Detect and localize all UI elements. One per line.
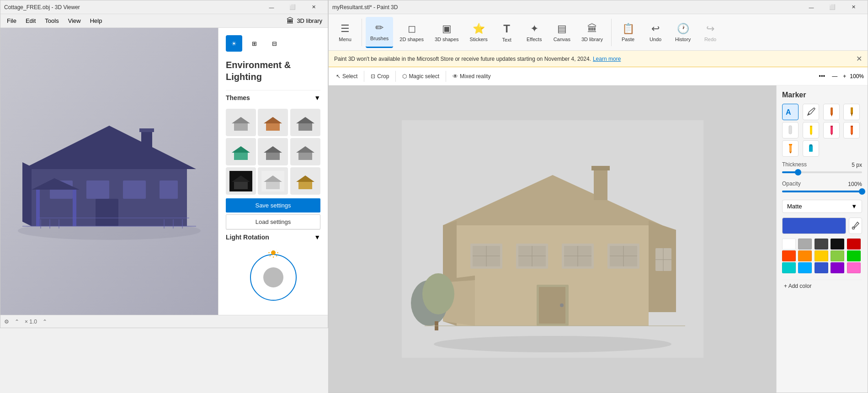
viewer-close-button[interactable]: ✕ [303,0,324,14]
panel-list-icon-btn[interactable]: ⊟ [266,35,282,52]
paint3d-canvas-area[interactable] [329,85,776,393]
color-yellow[interactable] [815,250,828,261]
svg-rect-95 [789,126,792,134]
paint3d-maximize-button[interactable]: ⬜ [822,0,843,14]
color-pink[interactable] [847,262,861,273]
toolbar-3dlibrary-button[interactable]: 🏛 3D library [577,17,607,48]
menu-help[interactable]: Help [85,14,107,28]
panel-grid-icon-btn[interactable]: ⊞ [246,35,262,52]
zoom-minus-icon[interactable]: — [830,71,839,81]
menu-file[interactable]: File [2,14,21,28]
magic-select-tool-button[interactable]: ⬡ Magic select [399,71,443,81]
theme-item-9[interactable] [290,167,320,195]
zoom-controls: ••• — + 100% [815,70,864,83]
mixed-reality-tool-button[interactable]: 👁 Mixed reality [449,71,494,81]
panel-sun-icon-btn[interactable]: ☀ [226,35,242,52]
active-color-swatch[interactable] [782,218,846,234]
theme-item-7[interactable] [226,167,256,195]
svg-rect-6 [123,181,146,199]
toolbar-2dshapes-button[interactable]: ◻ 2D shapes [395,17,428,48]
viewer-canvas [0,28,218,315]
menu-edit[interactable]: Edit [21,14,40,28]
theme-item-5[interactable] [258,138,288,165]
color-orange[interactable] [798,250,812,261]
toolbar-divider-1 [362,19,362,46]
themes-grid [226,109,320,195]
theme-item-1[interactable] [226,109,256,136]
theme-item-6[interactable] [290,138,320,165]
brush-highlighter1[interactable] [782,140,799,157]
svg-marker-23 [232,117,250,123]
toolbar-brushes-button[interactable]: ✏ Brushes [366,17,393,48]
marker-title: Marker [782,91,862,99]
color-lightgreen[interactable] [831,250,844,261]
menu-tools[interactable]: Tools [40,14,63,28]
svg-rect-108 [809,145,813,152]
notification-close-button[interactable]: ✕ [856,54,862,63]
finish-dropdown[interactable]: Matte ▼ [782,200,862,213]
toolbar-3dshapes-button[interactable]: ▣ 3D shapes [430,17,463,48]
toolbar-undo-button[interactable]: ↩ Undo [643,17,668,48]
color-green[interactable] [847,250,861,261]
color-darkgrey[interactable] [815,239,828,250]
brush-marker2[interactable] [843,104,860,120]
toolbar-text-button[interactable]: T Text [494,17,520,48]
brush-pen[interactable] [803,104,819,120]
opacity-slider-thumb[interactable] [859,188,865,195]
brush-highlighter2[interactable] [803,140,819,157]
color-grey[interactable] [798,239,812,250]
theme-item-3[interactable] [290,109,320,136]
brush-pencil2[interactable] [823,122,840,138]
save-settings-button[interactable]: Save settings [226,198,320,212]
color-black[interactable] [831,239,844,250]
svg-rect-79 [594,168,607,200]
light-rotation-section-header[interactable]: Light Rotation ▼ [226,229,320,244]
color-white[interactable] [782,239,796,250]
opacity-label: Opacity [782,181,801,187]
add-color-button[interactable]: + Add color [782,280,862,292]
brush-marker3[interactable] [782,122,799,138]
toolbar-canvas-button[interactable]: ▤ Canvas [549,17,575,48]
crop-tool-button[interactable]: ⊡ Crop [367,71,393,81]
paint3d-minimize-button[interactable]: — [801,0,822,14]
load-settings-button[interactable]: Load settings [226,214,320,229]
color-red[interactable] [847,239,861,250]
themes-section-header[interactable]: Themes ▼ [226,90,320,105]
notification-bar: Paint 3D won't be available in the Micro… [329,51,868,67]
color-purple[interactable] [831,262,844,273]
toolbar-history-button[interactable]: 🕐 History [670,17,696,48]
select-tool-button[interactable]: ↖ Select [332,71,361,81]
more-options-button[interactable]: ••• [815,70,828,83]
brush-pencil1[interactable] [803,122,819,138]
color-blue[interactable] [815,262,828,273]
theme-item-4[interactable] [226,138,256,165]
svg-point-43 [271,250,276,255]
toolbar-redo-button[interactable]: ↪ Redo [698,17,723,48]
brush-calligraphy[interactable]: A [782,104,799,120]
svg-rect-106 [789,145,792,152]
svg-marker-92 [831,114,833,117]
thickness-slider-thumb[interactable] [795,169,801,175]
eyedropper-button[interactable] [849,218,862,234]
toolbar-effects-button[interactable]: ✦ Effects [522,17,547,48]
learn-more-link[interactable]: Learn more [593,56,621,62]
zoom-plus-icon[interactable]: + [841,71,848,81]
viewer-maximize-button[interactable]: ⬜ [282,0,303,14]
thickness-slider-track[interactable] [782,171,862,173]
theme-item-8[interactable] [258,167,288,195]
toolbar-menu-button[interactable]: ☰ Menu [332,17,358,48]
theme-item-2[interactable] [258,109,288,136]
light-rotation-dial[interactable] [246,250,301,305]
menu-view[interactable]: View [64,14,85,28]
paint3d-close-button[interactable]: ✕ [843,0,864,14]
brush-marker1[interactable] [823,104,840,120]
toolbar-stickers-button[interactable]: ⭐ Stickers [465,17,492,48]
3d-library-btn[interactable]: 🏛 3D library [287,17,326,25]
color-orangered[interactable] [782,250,796,261]
brush-pencil3[interactable] [843,122,860,138]
color-cyan[interactable] [782,262,796,273]
toolbar-paste-button[interactable]: 📋 Paste [615,17,641,48]
viewer-minimize-button[interactable]: — [261,0,282,14]
color-lightblue[interactable] [798,262,812,273]
opacity-slider-track[interactable] [782,191,862,192]
